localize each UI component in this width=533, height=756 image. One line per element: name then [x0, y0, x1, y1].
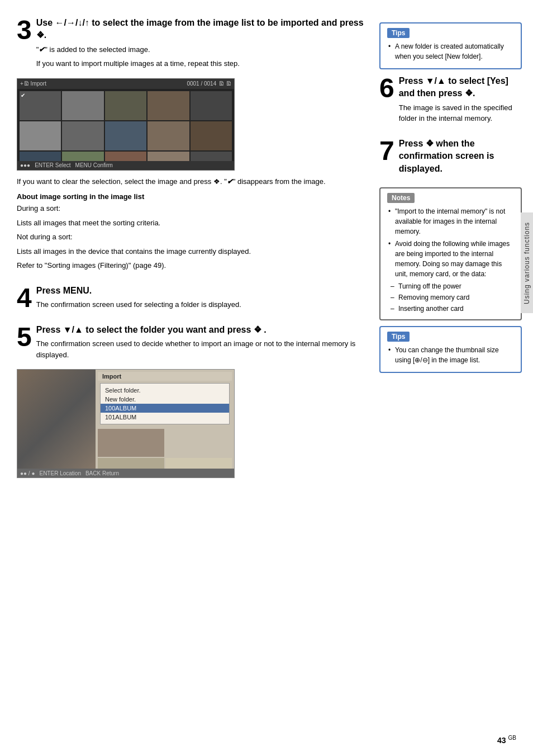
folder-menu: Select folder. New folder. 100ALBUM 101A…	[100, 383, 230, 424]
sidebar-section-label: Using various functions	[521, 212, 533, 313]
step-4-block: 4 Press MENU. The confirmation screen us…	[17, 285, 365, 314]
step-7-number: 7	[379, 139, 394, 163]
dash-item-1: Turning off the power	[387, 281, 514, 291]
tips-box-top: Tips A new folder is created automatical…	[379, 22, 522, 69]
tips-header-top: Tips	[387, 28, 410, 38]
sort-not-label: Not during a sort:	[17, 231, 365, 243]
sort-not-desc: Lists all images in the device that cont…	[17, 246, 365, 257]
folder-select-screenshot: Import Select folder. New folder. 100ALB…	[17, 369, 235, 478]
menu-item-101album: 101ALBUM	[101, 413, 229, 422]
image-bottom-bar: ●●● ENTER Select MENU Confirm	[17, 161, 234, 170]
notes-item-2: Avoid doing the following while images a…	[387, 239, 514, 279]
step-6-body: The image is saved in the specified fold…	[399, 102, 522, 124]
import-label: +🖻 Import	[20, 81, 46, 87]
step-3-body2: If you want to import multiple images at…	[36, 58, 365, 69]
sort-subtitle: About image sorting in the image list	[17, 192, 365, 201]
step-6-block: 6 Press ▼/▲ to select [Yes] and then pre…	[379, 75, 522, 127]
tips-header-bottom: Tips	[387, 332, 410, 342]
menu-item-select: Select folder.	[101, 386, 229, 395]
step-5-block: 5 Press ▼/▲ to select the folder you wan…	[17, 324, 365, 484]
sort-during-label: During a sort:	[17, 203, 365, 214]
step-3-clear-text: If you want to clear the selection, sele…	[17, 176, 365, 187]
tips-box-bottom: Tips You can change the thumbnail size u…	[379, 326, 522, 373]
notes-item-1: "Import to the internal memory" is not a…	[387, 206, 514, 237]
step-3-number: 3	[17, 18, 32, 42]
step-4-title: Press MENU.	[36, 285, 365, 297]
step-7-title: Press ❖ when the confirmation screen is …	[399, 138, 522, 175]
step-7-block: 7 Press ❖ when the confirmation screen i…	[379, 138, 522, 177]
tips-item-bottom-1: You can change the thumbnail size using …	[387, 345, 514, 365]
step-6-title: Press ▼/▲ to select [Yes] and then press…	[399, 75, 522, 100]
dash-item-3: Inserting another card	[387, 304, 514, 314]
folder-bottom-bar: ●● / ● ENTER Location BACK Return	[17, 469, 234, 478]
step-6-number: 6	[379, 76, 394, 100]
step-3-block: 3 Use ←/→/↓/↑ to select the image from t…	[17, 17, 365, 275]
step-3-title: Use ←/→/↓/↑ to select the image from the…	[36, 17, 365, 42]
step-5-body: The confirmation screen used to decide w…	[36, 338, 365, 360]
step-4-number: 4	[17, 286, 32, 310]
step-5-title: Press ▼/▲ to select the folder you want …	[36, 324, 365, 336]
notes-header: Notes	[387, 193, 415, 203]
tips-item-1: A new folder is created automatically wh…	[387, 41, 514, 62]
page-number: 43 GB	[497, 735, 516, 745]
image-list-screenshot: +🖻 Import 0001 / 0014 🖻 🖻 ✔ ℝ	[17, 78, 235, 171]
sort-refer: Refer to "Sorting images (Filtering)" (p…	[17, 260, 365, 271]
step-5-number: 5	[17, 325, 32, 349]
step-3-body1: "✔" is added to the selected image.	[36, 44, 365, 55]
step-4-body: The confirmation screen used for selecti…	[36, 299, 365, 310]
menu-title: Import	[98, 372, 232, 381]
image-counter: 0001 / 0014	[49, 81, 216, 87]
menu-item-100album: 100ALBUM	[101, 404, 229, 413]
notes-box: Notes "Import to the internal memory" is…	[379, 187, 522, 320]
sort-during-desc: Lists all images that meet the sorting c…	[17, 218, 365, 229]
dash-item-2: Removing memory card	[387, 292, 514, 303]
menu-item-new: New folder.	[101, 395, 229, 404]
image-icons: 🖻 🖻	[218, 81, 231, 87]
